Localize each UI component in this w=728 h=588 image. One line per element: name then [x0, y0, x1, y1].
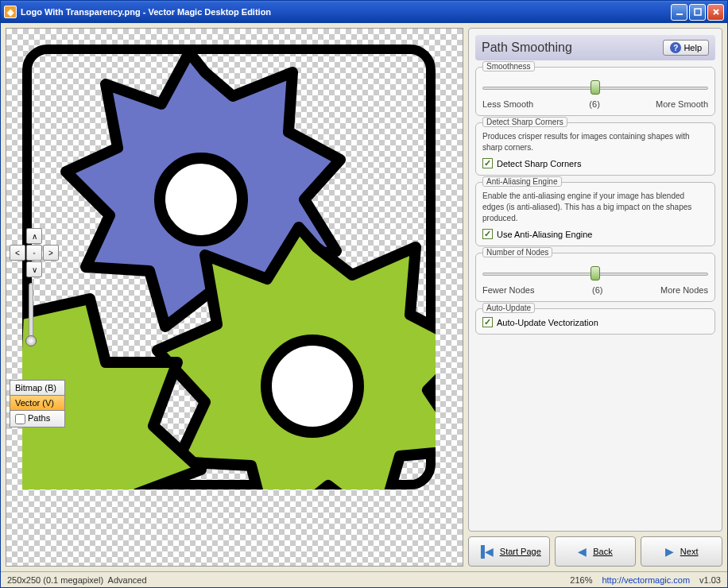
smoothness-group: Smoothness Less Smooth(6)More Smooth [475, 67, 715, 116]
pan-left-button[interactable]: < [10, 245, 25, 261]
nodes-thumb[interactable] [591, 266, 600, 280]
anti-aliasing-checkbox[interactable]: ✓ [482, 229, 493, 239]
auto-update-group: Auto-Update ✓Auto-Update Vectorization [475, 308, 715, 335]
svg-point-3 [160, 158, 242, 241]
sharp-corners-group: Detect Sharp Corners Produces crisper re… [475, 122, 715, 176]
next-button[interactable]: ▶Next [641, 536, 722, 567]
view-tabs: Bitmap (B) Vector (V) Paths [10, 380, 65, 427]
start-page-button[interactable]: ▐◀Start Page [468, 536, 550, 567]
anti-aliasing-group: Anti-Aliasing Engine Enable the anti-ali… [475, 182, 715, 246]
zoom-thumb[interactable] [25, 335, 37, 346]
tab-vector[interactable]: Vector (V) [10, 395, 65, 411]
window-title: Logo With Transparency.png - Vector Magi… [21, 7, 671, 17]
next-icon: ▶ [665, 545, 674, 558]
status-bar: 250x250 (0.1 megapixel) Advanced 216% ht… [1, 571, 727, 587]
zoom-slider[interactable] [29, 283, 33, 346]
settings-panel: Path Smoothing ? Help Smoothness Less Sm… [468, 28, 722, 532]
nodes-slider[interactable] [482, 266, 708, 282]
help-icon: ? [670, 42, 681, 53]
pan-down-button[interactable]: ∨ [26, 261, 42, 277]
svg-rect-1 [695, 9, 701, 15]
website-link[interactable]: http://vectormagic.com [602, 575, 690, 585]
canvas[interactable]: ∧ ⛶ < ◦ > ∨ Bitmap (B) Vector (V) Paths [6, 28, 463, 567]
svg-rect-0 [676, 14, 683, 15]
preview-artwork [22, 44, 436, 489]
pan-right-button[interactable]: > [43, 245, 59, 261]
smoothness-thumb[interactable] [591, 80, 600, 95]
start-icon: ▐◀ [477, 545, 494, 558]
titlebar: ◆ Logo With Transparency.png - Vector Ma… [1, 1, 727, 23]
maximize-button[interactable] [689, 4, 706, 21]
sharp-corners-checkbox[interactable]: ✓ [482, 158, 493, 168]
pan-center-button[interactable]: ◦ [26, 245, 42, 261]
back-button[interactable]: ◀Back [555, 536, 637, 567]
nav-pad: ∧ ⛶ < ◦ > ∨ [10, 228, 59, 277]
minimize-button[interactable] [671, 4, 687, 21]
panel-title: Path Smoothing [482, 41, 572, 55]
tab-paths[interactable]: Paths [10, 410, 65, 427]
auto-update-checkbox[interactable]: ✓ [482, 317, 493, 327]
app-icon: ◆ [4, 6, 17, 18]
back-icon: ◀ [578, 545, 587, 558]
status-zoom: 216% [570, 575, 592, 585]
tab-bitmap[interactable]: Bitmap (B) [10, 380, 65, 396]
pan-up-button[interactable]: ∧ [26, 228, 42, 244]
smoothness-slider[interactable] [482, 80, 708, 96]
help-button[interactable]: ? Help [663, 40, 709, 56]
svg-point-4 [266, 340, 358, 432]
nodes-group: Number of Nodes Fewer Nodes(6)More Nodes [475, 253, 715, 302]
paths-checkbox[interactable] [15, 414, 25, 424]
status-version: v1.03 [699, 575, 721, 585]
close-button[interactable] [707, 4, 724, 21]
